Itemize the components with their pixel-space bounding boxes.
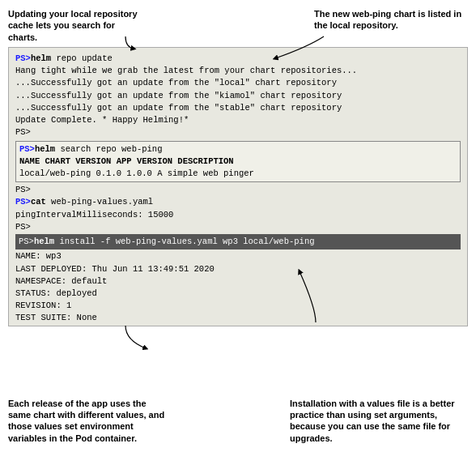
cmd2-line: PS>helm search repo web-ping (19, 143, 457, 156)
values-line: pingIntervalMilliseconds: 15000 (15, 209, 461, 221)
output-line4: ...Successfully got an update from the "… (15, 102, 461, 114)
install-testsuite: TEST SUITE: None (15, 312, 461, 324)
annotation-bottom-left: Each release of the app uses the same ch… (8, 398, 166, 444)
terminal-block: PS>helm repo update Hang tight while we … (8, 47, 468, 326)
cmd1-line: PS>helm repo update (15, 53, 461, 65)
output-line1: Hang tight while we grab the latest from… (15, 65, 461, 77)
install-name: NAME: wp3 (15, 250, 461, 262)
output-line2: ...Successfully got an update from the "… (15, 77, 461, 89)
output-line3: ...Successfully got an update from the "… (15, 90, 461, 102)
install-status: STATUS: deployed (15, 288, 461, 300)
search-header: NAME CHART VERSION APP VERSION DESCRIPTI… (19, 156, 457, 168)
search-block: PS>helm search repo web-ping NAME CHART … (15, 141, 461, 183)
ps2: PS> (15, 184, 461, 196)
annotation-bottom-right: Installation with a values file is a bet… (290, 398, 468, 444)
install-cmd-line: PS>helm install -f web-ping-values.yaml … (15, 234, 461, 249)
cmd3-line: PS>cat web-ping-values.yaml (15, 196, 461, 208)
ps4: PS> (15, 325, 461, 326)
install-namespace: NAMESPACE: default (15, 275, 461, 288)
annotation-top-right: The new web-ping chart is listed in the … (314, 8, 468, 32)
output-line5: Update Complete. * Happy Helming!* (15, 114, 461, 126)
search-row: local/web-ping 0.1.0 1.0.0 A simple web … (19, 168, 457, 180)
install-deployed: LAST DEPLOYED: Thu Jun 11 13:49:51 2020 (15, 263, 461, 275)
ps3: PS> (15, 221, 461, 233)
ps1: PS> (15, 126, 461, 139)
annotation-top-left: Updating your local repository cache let… (8, 8, 138, 43)
install-revision: REVISION: 1 (15, 300, 461, 312)
